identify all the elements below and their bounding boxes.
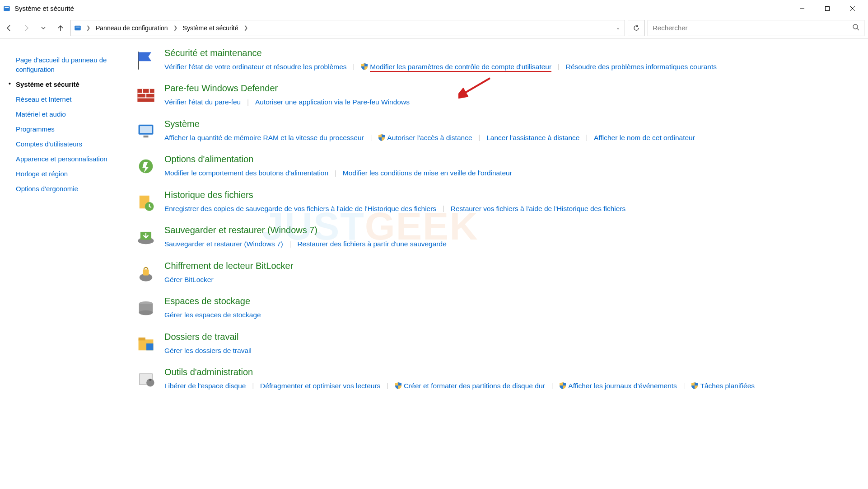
task-link[interactable]: Afficher la quantité de mémoire RAM et l… bbox=[164, 131, 364, 144]
sidebar: Page d'accueil du panneau de configurati… bbox=[0, 48, 135, 420]
category-links: Gérer les dossiers de travail bbox=[164, 344, 850, 357]
search-box[interactable] bbox=[648, 20, 864, 36]
category-links: Modifier le comportement des boutons d'a… bbox=[164, 166, 850, 179]
sidebar-item[interactable]: Système et sécurité bbox=[16, 77, 126, 92]
task-link[interactable]: Défragmenter et optimiser vos lecteurs bbox=[260, 379, 380, 392]
address-bar[interactable]: ❯ Panneau de configuration ❯ Système et … bbox=[70, 20, 625, 36]
app-icon bbox=[3, 5, 11, 13]
breadcrumb-current[interactable]: Système et sécurité bbox=[182, 24, 239, 32]
category-title[interactable]: Système bbox=[164, 119, 850, 129]
flag-icon bbox=[135, 50, 156, 69]
control-panel-icon bbox=[74, 24, 82, 32]
task-link[interactable]: Modifier les conditions de mise en veill… bbox=[343, 166, 512, 179]
category-links: Sauvegarder et restaurer (Windows 7)|Res… bbox=[164, 237, 850, 250]
window-controls bbox=[789, 0, 865, 17]
svg-rect-7 bbox=[76, 27, 80, 28]
sidebar-item[interactable]: Horloge et région bbox=[16, 166, 126, 181]
category-row: Sauvegarder et restaurer (Windows 7)Sauv… bbox=[135, 225, 850, 250]
separator: | bbox=[370, 132, 372, 144]
up-button[interactable] bbox=[53, 21, 68, 35]
category-row: Sécurité et maintenanceVérifier l'état d… bbox=[135, 48, 850, 73]
category-title[interactable]: Pare-feu Windows Defender bbox=[164, 83, 850, 94]
sidebar-item[interactable]: Comptes d'utilisateurs bbox=[16, 136, 126, 151]
category-title[interactable]: Historique des fichiers bbox=[164, 190, 850, 200]
system-icon bbox=[135, 121, 156, 140]
refresh-button[interactable] bbox=[628, 20, 645, 36]
svg-point-8 bbox=[853, 24, 858, 29]
separator: | bbox=[479, 132, 481, 144]
task-link[interactable]: Résoudre des problèmes informatiques cou… bbox=[566, 60, 717, 73]
minimize-button[interactable] bbox=[789, 0, 815, 17]
shield-icon bbox=[559, 382, 566, 389]
category-row: Pare-feu Windows DefenderVérifier l'état… bbox=[135, 83, 850, 108]
task-link[interactable]: Sauvegarder et restaurer (Windows 7) bbox=[164, 237, 283, 250]
sidebar-item[interactable]: Programmes bbox=[16, 122, 126, 136]
category-title[interactable]: Dossiers de travail bbox=[164, 332, 850, 342]
separator: | bbox=[335, 167, 336, 179]
category-links: Gérer les espaces de stockage bbox=[164, 308, 850, 321]
category-title[interactable]: Sauvegarder et restaurer (Windows 7) bbox=[164, 225, 850, 235]
forward-button[interactable] bbox=[19, 21, 33, 35]
sidebar-item[interactable]: Options d'ergonomie bbox=[16, 181, 126, 196]
task-link[interactable]: Tâches planifiées bbox=[691, 379, 755, 392]
task-link[interactable]: Afficher le nom de cet ordinateur bbox=[594, 131, 695, 144]
maximize-button[interactable] bbox=[815, 0, 840, 17]
chevron-right-icon[interactable]: ❯ bbox=[84, 25, 92, 31]
back-button[interactable] bbox=[2, 21, 16, 35]
task-link[interactable]: Afficher les journaux d'événements bbox=[559, 379, 677, 392]
category-title[interactable]: Options d'alimentation bbox=[164, 154, 850, 165]
chevron-right-icon[interactable]: ❯ bbox=[172, 25, 179, 31]
task-link[interactable]: Lancer l'assistance à distance bbox=[486, 131, 579, 144]
shield-icon bbox=[395, 382, 402, 389]
separator: | bbox=[289, 238, 291, 250]
recent-dropdown[interactable] bbox=[36, 21, 51, 35]
firewall-icon bbox=[135, 85, 156, 104]
task-link[interactable]: Restaurer des fichiers à partir d'une sa… bbox=[297, 237, 446, 250]
breadcrumb-root[interactable]: Panneau de configuration bbox=[95, 24, 169, 32]
svg-line-9 bbox=[857, 28, 859, 30]
chevron-down-icon[interactable]: ⌄ bbox=[614, 25, 622, 31]
task-link[interactable]: Vérifier l'état du pare-feu bbox=[164, 95, 241, 108]
title-bar: Système et sécurité bbox=[0, 0, 868, 17]
svg-rect-0 bbox=[4, 6, 10, 11]
close-button[interactable] bbox=[840, 0, 865, 17]
task-link[interactable]: Autoriser une application via le Pare-fe… bbox=[255, 95, 410, 108]
category-row: Dossiers de travailGérer les dossiers de… bbox=[135, 332, 850, 357]
category-row: Chiffrement de lecteur BitLockerGérer Bi… bbox=[135, 261, 850, 286]
task-link[interactable]: Autoriser l'accès à distance bbox=[378, 131, 472, 144]
category-links: Vérifier l'état du pare-feu|Autoriser un… bbox=[164, 95, 850, 108]
search-input[interactable] bbox=[653, 24, 852, 32]
separator: | bbox=[353, 61, 355, 73]
svg-rect-1 bbox=[5, 7, 9, 8]
category-title[interactable]: Espaces de stockage bbox=[164, 296, 850, 306]
task-link[interactable]: Enregistrer des copies de sauvegarde de … bbox=[164, 202, 436, 215]
category-title[interactable]: Chiffrement de lecteur BitLocker bbox=[164, 261, 850, 271]
separator: | bbox=[252, 380, 254, 392]
task-link[interactable]: Modifier les paramètres de contrôle de c… bbox=[361, 60, 551, 73]
chevron-right-icon[interactable]: ❯ bbox=[242, 25, 250, 31]
search-icon[interactable] bbox=[852, 24, 859, 32]
task-link[interactable]: Gérer les espaces de stockage bbox=[164, 308, 261, 321]
sidebar-home-link[interactable]: Page d'accueil du panneau de configurati… bbox=[16, 52, 126, 77]
shield-icon bbox=[361, 63, 368, 70]
task-link[interactable]: Gérer BitLocker bbox=[164, 273, 214, 286]
category-title[interactable]: Sécurité et maintenance bbox=[164, 48, 850, 58]
task-link[interactable]: Libérer de l'espace disque bbox=[164, 379, 246, 392]
task-link[interactable]: Créer et formater des partitions de disq… bbox=[395, 379, 545, 392]
task-link[interactable]: Vérifier l'état de votre ordinateur et r… bbox=[164, 60, 347, 73]
task-link[interactable]: Gérer les dossiers de travail bbox=[164, 344, 252, 357]
task-link[interactable]: Modifier le comportement des boutons d'a… bbox=[164, 166, 328, 179]
shield-icon bbox=[378, 134, 385, 141]
sidebar-item[interactable]: Réseau et Internet bbox=[16, 92, 126, 107]
admintools-icon bbox=[135, 369, 156, 388]
category-row: Outils d'administrationLibérer de l'espa… bbox=[135, 367, 850, 392]
task-link[interactable]: Restaurer vos fichiers à l'aide de l'His… bbox=[451, 202, 626, 215]
separator: | bbox=[586, 132, 588, 144]
sidebar-item[interactable]: Apparence et personnalisation bbox=[16, 151, 126, 166]
sidebar-item[interactable]: Matériel et audio bbox=[16, 107, 126, 122]
separator: | bbox=[247, 96, 249, 108]
category-row: Options d'alimentationModifier le compor… bbox=[135, 154, 850, 179]
category-title[interactable]: Outils d'administration bbox=[164, 367, 850, 377]
separator: | bbox=[551, 380, 553, 392]
window-title: Système et sécurité bbox=[14, 5, 789, 12]
